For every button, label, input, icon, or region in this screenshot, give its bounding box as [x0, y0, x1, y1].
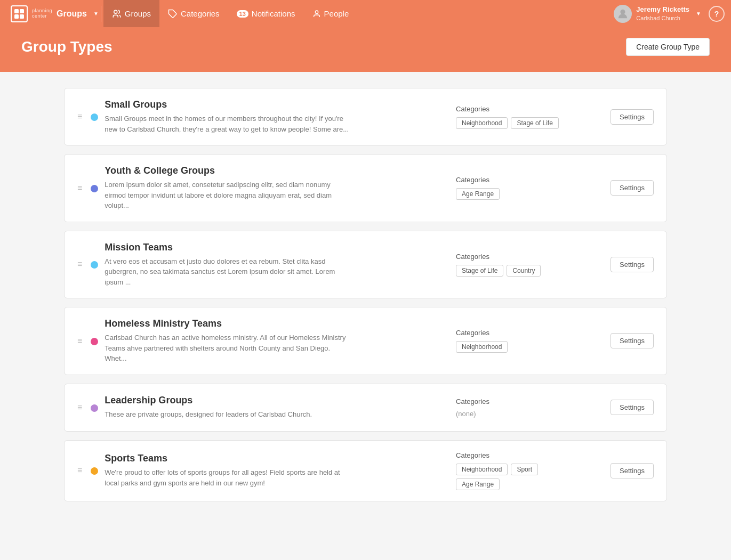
nav-divider-1: [101, 6, 101, 22]
help-button[interactable]: ?: [709, 6, 725, 22]
group-description: Small Groups meet in the homes of our me…: [105, 113, 350, 134]
logo-chevron-icon[interactable]: ▼: [93, 11, 99, 17]
card-main: Leadership Groups These are private grou…: [105, 395, 440, 420]
card-actions: Settings: [610, 463, 654, 478]
card-actions: Settings: [610, 257, 654, 272]
logo-groups-text: Groups: [57, 9, 87, 19]
card-actions: Settings: [610, 333, 654, 348]
group-type-card: ≡ Leadership Groups These are private gr…: [64, 384, 667, 432]
no-categories: (none): [456, 410, 476, 418]
logo-box: [11, 5, 28, 22]
user-info: Jeremy Ricketts Carlsbad Church: [636, 5, 689, 22]
card-categories: Categories Stage of LifeCountry: [440, 253, 600, 277]
group-color-dot: [91, 338, 98, 345]
main-content: ≡ Small Groups Small Groups meet in the …: [0, 72, 731, 526]
settings-button[interactable]: Settings: [610, 109, 654, 125]
drag-handle-icon[interactable]: ≡: [77, 336, 82, 346]
nav-right: Jeremy Ricketts Carlsbad Church ▼ ?: [608, 0, 725, 27]
card-categories: Categories Neighborhood: [440, 329, 600, 353]
category-tag: Neighborhood: [456, 341, 508, 353]
svg-point-7: [621, 9, 625, 14]
drag-handle-icon[interactable]: ≡: [77, 112, 82, 121]
category-tag: Stage of Life: [511, 117, 558, 129]
group-type-card: ≡ Mission Teams At vero eos et accusam e…: [64, 231, 667, 299]
user-church: Carlsbad Church: [636, 14, 689, 22]
group-color-dot: [91, 113, 98, 121]
app-logo[interactable]: planning center Groups: [6, 5, 91, 22]
card-categories: Categories (none): [440, 397, 600, 418]
categories-label: Categories: [456, 176, 584, 184]
group-color-dot: [91, 185, 98, 192]
group-description: At vero eos et accusam et justo duo dolo…: [105, 256, 350, 288]
user-chevron-icon: ▼: [696, 11, 701, 17]
categories-label: Categories: [456, 329, 584, 337]
user-menu[interactable]: Jeremy Ricketts Carlsbad Church ▼: [608, 0, 706, 27]
settings-button[interactable]: Settings: [610, 180, 654, 196]
nav-notifications[interactable]: 13 Notifications: [228, 0, 304, 27]
category-tag: Sport: [511, 464, 538, 475]
people-icon: [312, 10, 321, 18]
create-group-type-button[interactable]: Create Group Type: [626, 38, 710, 56]
categories-tags: Neighborhood: [456, 341, 584, 353]
group-color-dot: [91, 467, 98, 475]
card-main: Small Groups Small Groups meet in the ho…: [105, 99, 440, 134]
svg-point-6: [315, 11, 318, 13]
group-title: Homeless Ministry Teams: [105, 318, 440, 329]
nav-groups[interactable]: Groups: [103, 0, 159, 27]
card-main: Homeless Ministry Teams Carlsbad Church …: [105, 318, 440, 364]
notifications-badge: 13: [237, 10, 248, 18]
categories-label: Categories: [456, 451, 584, 459]
categories-label: Categories: [456, 253, 584, 261]
group-title: Mission Teams: [105, 242, 440, 253]
group-type-card: ≡ Homeless Ministry Teams Carlsbad Churc…: [64, 307, 667, 375]
group-color-dot: [91, 404, 98, 412]
categories-tags: NeighborhoodStage of Life: [456, 117, 584, 129]
group-title: Small Groups: [105, 99, 440, 110]
drag-handle-icon[interactable]: ≡: [77, 259, 82, 269]
svg-rect-0: [14, 9, 19, 13]
card-main: Mission Teams At vero eos et accusam et …: [105, 242, 440, 288]
card-actions: Settings: [610, 109, 654, 125]
card-categories: Categories Age Range: [440, 176, 600, 200]
card-main: Sports Teams We're proud to offer lots o…: [105, 453, 440, 488]
settings-button[interactable]: Settings: [610, 400, 654, 415]
settings-button[interactable]: Settings: [610, 257, 654, 272]
categories-label: Categories: [456, 105, 584, 113]
drag-handle-icon[interactable]: ≡: [77, 403, 82, 412]
category-tag: Neighborhood: [456, 464, 508, 475]
groups-icon: [112, 9, 122, 19]
categories-tags: Stage of LifeCountry: [456, 265, 584, 277]
settings-button[interactable]: Settings: [610, 333, 654, 348]
categories-icon: [168, 9, 178, 19]
category-tag: Neighborhood: [456, 117, 508, 129]
navbar: planning center Groups ▼ Groups Categori…: [0, 0, 731, 27]
group-description: Carlsbad Church has an active homeless m…: [105, 332, 350, 364]
group-type-card: ≡ Small Groups Small Groups meet in the …: [64, 88, 667, 145]
group-title: Leadership Groups: [105, 395, 440, 406]
nav-categories[interactable]: Categories: [159, 0, 228, 27]
page-title: Group Types: [21, 38, 113, 55]
drag-handle-icon[interactable]: ≡: [77, 466, 82, 475]
category-tag: Age Range: [456, 188, 500, 200]
drag-handle-icon[interactable]: ≡: [77, 183, 82, 193]
card-actions: Settings: [610, 180, 654, 196]
card-main: Youth & College Groups Lorem ipsum dolor…: [105, 165, 440, 211]
categories-tags: Age Range: [456, 188, 584, 200]
group-type-card: ≡ Youth & College Groups Lorem ipsum dol…: [64, 154, 667, 222]
settings-button[interactable]: Settings: [610, 463, 654, 478]
category-tag: Stage of Life: [456, 265, 503, 277]
category-tag: Country: [507, 265, 541, 277]
user-name: Jeremy Ricketts: [636, 5, 689, 14]
category-tag: Age Range: [456, 478, 500, 490]
categories-label: Categories: [456, 397, 584, 405]
group-description: Lorem ipsum dolor sit amet, consetetur s…: [105, 180, 350, 211]
nav-groups-label: Groups: [125, 9, 151, 18]
group-description: These are private groups, designed for l…: [105, 409, 350, 420]
avatar: [614, 5, 632, 23]
svg-rect-2: [14, 14, 19, 19]
card-categories: Categories NeighborhoodStage of Life: [440, 105, 600, 129]
nav-people[interactable]: People: [304, 0, 358, 27]
categories-tags: (none): [456, 410, 584, 418]
group-title: Youth & College Groups: [105, 165, 440, 176]
nav-categories-label: Categories: [181, 9, 220, 18]
